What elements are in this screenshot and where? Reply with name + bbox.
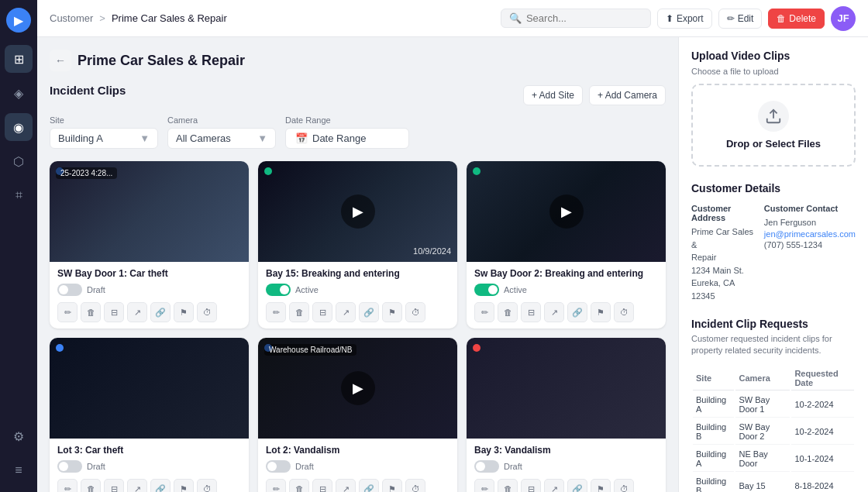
clip-status-row-1: Draft — [57, 284, 241, 296]
clip-clock-6[interactable]: ⏱ — [614, 479, 634, 492]
site-filter-select[interactable]: Building A ▼ — [50, 128, 158, 149]
upload-title: Upload Video Clips — [691, 50, 856, 62]
clip-clock-1[interactable]: ⏱ — [197, 302, 217, 322]
clip-delete-5[interactable]: 🗑 — [289, 479, 309, 492]
clip-info-2: Bay 15: Breaking and entering Active ✏ 🗑… — [258, 262, 457, 329]
camera-filter-value: All Cameras — [176, 132, 231, 144]
add-buttons: + Add Site + Add Camera — [523, 85, 666, 105]
sidebar-item-incidents[interactable]: ◉ — [5, 113, 33, 141]
clip-edit-4[interactable]: ✏ — [57, 479, 78, 492]
app-logo[interactable]: ▶ — [6, 8, 31, 33]
clip-bar-2[interactable]: ⊟ — [312, 302, 332, 322]
clip-edit-3[interactable]: ✏ — [474, 302, 494, 322]
clip-send-2[interactable]: ↗ — [336, 302, 356, 322]
clip-toggle-1[interactable] — [57, 284, 82, 296]
play-button-3[interactable]: ▶ — [549, 194, 584, 229]
clip-delete-2[interactable]: 🗑 — [289, 302, 309, 322]
add-camera-button[interactable]: + Add Camera — [589, 85, 666, 105]
customer-address-col: Customer Address Prime Car Sales & Repai… — [691, 204, 758, 302]
sidebar-item-home[interactable]: ⊞ — [5, 45, 33, 73]
sidebar-item-analytics[interactable]: ◈ — [5, 79, 33, 107]
search-box[interactable]: 🔍 — [501, 9, 651, 28]
clip-link-6[interactable]: 🔗 — [567, 479, 587, 492]
clip-bar-6[interactable]: ⊟ — [521, 479, 541, 492]
add-site-button[interactable]: + Add Site — [523, 85, 583, 105]
clip-flag-6[interactable]: ⚑ — [591, 479, 611, 492]
contact-email[interactable]: jen@primecarsales.com — [764, 229, 856, 239]
date-range-button[interactable]: 📅 Date Range — [285, 128, 409, 149]
clip-toggle-6[interactable] — [474, 460, 499, 473]
clip-link-2[interactable]: 🔗 — [359, 302, 379, 322]
upload-drop-area[interactable]: Drop or Select Files — [691, 84, 856, 167]
clip-bar-1[interactable]: ⊟ — [104, 302, 124, 322]
clip-flag-3[interactable]: ⚑ — [591, 302, 611, 322]
clip-send-1[interactable]: ↗ — [127, 302, 147, 322]
clip-clock-5[interactable]: ⏱ — [405, 479, 425, 492]
header-actions: 🔍 ⬆ Export ✏ Edit 🗑 Delete JF — [501, 6, 856, 31]
play-button-2[interactable]: ▶ — [341, 194, 375, 229]
clip-toggle-3[interactable] — [474, 284, 499, 296]
row-camera: SW Bay Door 1 — [735, 392, 790, 418]
clip-toggle-5[interactable] — [266, 460, 291, 473]
clip-link-4[interactable]: 🔗 — [150, 479, 170, 492]
clip-delete-6[interactable]: 🗑 — [498, 479, 518, 492]
date-range-value: Date Range — [312, 132, 366, 144]
breadcrumb-separator: > — [99, 12, 105, 24]
export-icon: ⬆ — [666, 13, 673, 24]
play-button-5[interactable]: ▶ — [341, 371, 375, 405]
customer-details-grid: Customer Address Prime Car Sales & Repai… — [691, 204, 856, 302]
clip-send-6[interactable]: ↗ — [544, 479, 564, 492]
sidebar-item-inventory[interactable]: ⬡ — [5, 147, 33, 175]
camera-filter-select[interactable]: All Cameras ▼ — [167, 128, 276, 149]
clip-edit-6[interactable]: ✏ — [474, 479, 494, 492]
delete-button[interactable]: 🗑 Delete — [768, 9, 825, 29]
clip-flag-1[interactable]: ⚑ — [174, 302, 194, 322]
clip-send-5[interactable]: ↗ — [336, 479, 356, 492]
clip-link-3[interactable]: 🔗 — [567, 302, 587, 322]
clip-bar-3[interactable]: ⊟ — [521, 302, 541, 322]
clip-link-1[interactable]: 🔗 — [150, 302, 170, 322]
clip-bar-5[interactable]: ⊟ — [312, 479, 332, 492]
clip-send-4[interactable]: ↗ — [127, 479, 147, 492]
contact-header: Customer Contact — [764, 204, 856, 213]
breadcrumb-parent[interactable]: Customer — [50, 12, 93, 24]
upload-icon — [758, 101, 789, 132]
breadcrumb-current: Prime Car Sales & Repair — [112, 12, 227, 24]
clip-actions-2: ✏ 🗑 ⊟ ↗ 🔗 ⚑ ⏱ — [266, 302, 450, 322]
sidebar-item-reports[interactable]: ⌗ — [5, 181, 33, 209]
center-panel: ← Prime Car Sales & Repair Incident Clip… — [37, 37, 678, 492]
clip-edit-5[interactable]: ✏ — [266, 479, 286, 492]
right-panel: Upload Video Clips Choose a file to uplo… — [678, 37, 868, 492]
clip-clock-4[interactable]: ⏱ — [197, 479, 217, 492]
clip-edit-1[interactable]: ✏ — [57, 302, 78, 322]
clip-delete-1[interactable]: 🗑 — [81, 302, 101, 322]
clip-edit-2[interactable]: ✏ — [266, 302, 286, 322]
row-camera: Bay 15 — [735, 473, 790, 492]
clip-toggle-2[interactable] — [266, 284, 291, 296]
clip-delete-3[interactable]: 🗑 — [498, 302, 518, 322]
clip-link-5[interactable]: 🔗 — [359, 479, 379, 492]
clip-status-row-3: Active — [474, 284, 658, 296]
customer-details-title: Customer Details — [691, 182, 856, 194]
export-button[interactable]: ⬆ Export — [657, 9, 712, 29]
clip-clock-3[interactable]: ⏱ — [614, 302, 634, 322]
content-area: ← Prime Car Sales & Repair Incident Clip… — [37, 37, 868, 492]
clip-clock-2[interactable]: ⏱ — [405, 302, 425, 322]
back-button[interactable]: ← — [50, 50, 71, 71]
clip-send-3[interactable]: ↗ — [544, 302, 564, 322]
settings-icon[interactable]: ⚙ — [5, 422, 33, 450]
sidebar-bottom: ⚙ ≡ — [5, 422, 33, 484]
clip-toggle-4[interactable] — [57, 460, 82, 473]
clip-thumbnail-5: Warehouse Railroad/NB ▶ — [258, 338, 457, 439]
clip-flag-5[interactable]: ⚑ — [382, 479, 402, 492]
search-input[interactable] — [526, 12, 642, 24]
edit-button[interactable]: ✏ Edit — [718, 9, 763, 29]
clip-title-1: SW Bay Door 1: Car theft — [57, 268, 241, 279]
clip-delete-4[interactable]: 🗑 — [81, 479, 101, 492]
clip-flag-4[interactable]: ⚑ — [174, 479, 194, 492]
table-row: Building A SW Bay Door 1 10-2-2024 — [693, 392, 854, 418]
clip-bar-4[interactable]: ⊟ — [104, 479, 124, 492]
menu-icon[interactable]: ≡ — [5, 456, 33, 484]
row-site: Building A — [693, 446, 734, 472]
clip-flag-2[interactable]: ⚑ — [382, 302, 402, 322]
